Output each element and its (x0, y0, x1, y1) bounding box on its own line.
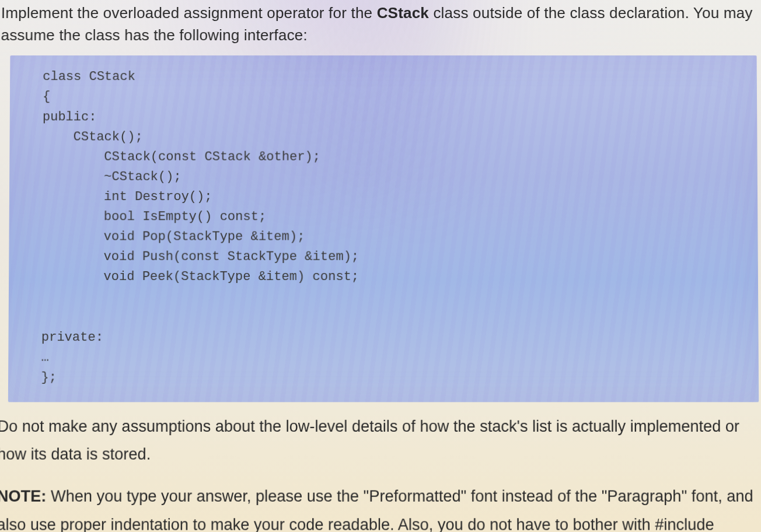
instructions-para1: Do not make any assumptions about the lo… (0, 412, 759, 468)
note-body: When you type your answer, please use th… (0, 488, 753, 532)
question-instructions: Do not make any assumptions about the lo… (0, 412, 760, 532)
instructions-note: NOTE: When you type your answer, please … (0, 483, 760, 532)
prompt-classname: CStack (377, 4, 429, 22)
question-page: Implement the overloaded assignment oper… (0, 0, 761, 532)
note-label: NOTE: (0, 488, 46, 505)
question-prompt: Implement the overloaded assignment oper… (0, 2, 756, 46)
code-interface-block: class CStack { public: CStack(); CStack(… (8, 55, 759, 402)
prompt-part1: Implement the overloaded assignment oper… (1, 4, 377, 22)
